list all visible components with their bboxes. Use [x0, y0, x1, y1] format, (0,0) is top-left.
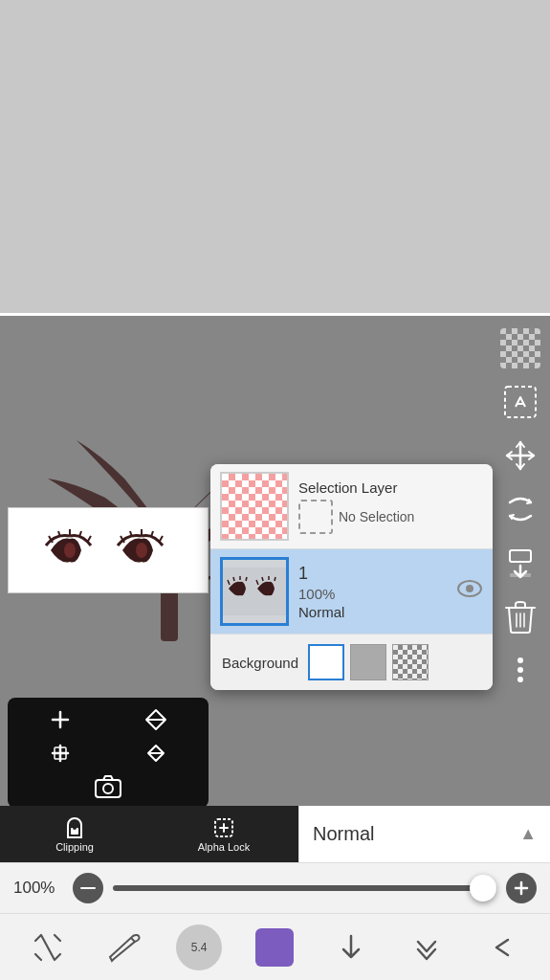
selection-layer-row[interactable]: Selection Layer No Selection — [210, 464, 493, 549]
background-label: Background — [222, 655, 298, 671]
background-gray-swatch[interactable] — [350, 644, 386, 680]
svg-point-1 — [64, 543, 76, 558]
clipping-label: Clipping — [55, 841, 94, 853]
selection-layer-thumbnail — [220, 472, 289, 541]
background-row[interactable]: Background — [210, 635, 493, 690]
bottom-controls: Clipping Alpha Lock Normal ▲ 100% — [0, 806, 550, 980]
brush-size-value: 5.4 — [191, 941, 208, 954]
background-white-swatch[interactable] — [308, 644, 344, 680]
svg-rect-18 — [510, 573, 531, 577]
canvas-toolbar — [8, 698, 209, 808]
color-swatch-button[interactable] — [246, 919, 303, 976]
layer-1-opacity: 100% — [298, 586, 447, 602]
layer-1-info: 1 100% Normal — [298, 564, 447, 620]
no-selection-text: No Selection — [339, 509, 414, 524]
top-canvas-area — [0, 0, 550, 316]
down-arrow-button[interactable] — [322, 919, 380, 976]
blend-mode-arrow: ▲ — [519, 824, 537, 844]
brush-tool-button[interactable] — [95, 919, 152, 976]
svg-line-26 — [246, 577, 247, 581]
bottom-toolbar: 5.4 — [0, 913, 550, 980]
selection-thumb-pattern — [222, 474, 287, 539]
transform-snap-button[interactable] — [19, 919, 77, 976]
flip-layer-button[interactable] — [109, 703, 203, 735]
chevron-down-button[interactable] — [398, 919, 455, 976]
add-layer-below-button[interactable] — [13, 737, 107, 768]
more-options-button[interactable] — [495, 645, 545, 695]
opacity-row: 100% — [0, 863, 550, 913]
brush-size-indicator: 5.4 — [176, 924, 222, 970]
layer-preview-box — [8, 507, 209, 593]
camera-button[interactable] — [13, 770, 203, 802]
layer-1-thumbnail — [220, 557, 289, 626]
layer-1-visibility-icon[interactable] — [456, 579, 483, 604]
add-layer-button[interactable] — [13, 703, 107, 735]
svg-line-28 — [262, 577, 263, 581]
right-sidebar — [491, 316, 550, 775]
layer-1-thumb-content — [223, 560, 286, 623]
blend-row: Clipping Alpha Lock Normal ▲ — [0, 806, 550, 863]
opacity-label: 100% — [13, 879, 63, 898]
delete-button[interactable] — [495, 591, 545, 641]
svg-rect-14 — [96, 780, 121, 797]
active-color-swatch — [255, 928, 294, 967]
svg-point-15 — [103, 784, 113, 793]
layer-preview-eyes — [9, 508, 208, 592]
svg-rect-36 — [80, 887, 96, 889]
move-button[interactable] — [495, 431, 545, 480]
opacity-thumb — [470, 875, 496, 902]
select-transform-button[interactable] — [495, 377, 545, 427]
svg-point-19 — [517, 657, 523, 663]
svg-point-7 — [136, 543, 147, 558]
main-drawing-area: Selection Layer No Selection — [0, 316, 550, 980]
opacity-plus-button[interactable] — [506, 873, 537, 903]
normal-blend-display[interactable]: Normal ▲ — [298, 806, 550, 862]
layer-1-row[interactable]: 1 100% Normal — [210, 549, 493, 635]
no-selection-box — [298, 500, 333, 534]
selection-layer-title: Selection Layer — [298, 479, 483, 496]
svg-point-21 — [517, 677, 523, 682]
brush-size-button[interactable]: 5.4 — [170, 919, 228, 976]
clipping-button[interactable]: Clipping — [0, 806, 149, 862]
selection-layer-info: Selection Layer No Selection — [298, 479, 483, 534]
svg-line-30 — [275, 577, 275, 581]
flip-button[interactable] — [495, 484, 545, 534]
layer-1-number: 1 — [298, 564, 447, 584]
svg-point-20 — [517, 667, 523, 673]
normal-blend-label: Normal — [313, 823, 374, 845]
opacity-slider[interactable] — [113, 885, 496, 891]
opacity-minus-button[interactable] — [73, 873, 103, 903]
layers-panel: Selection Layer No Selection — [210, 464, 493, 690]
svg-point-32 — [466, 585, 473, 592]
svg-rect-17 — [510, 550, 531, 562]
back-button[interactable] — [473, 919, 531, 976]
layer-1-blend: Normal — [298, 604, 447, 620]
merge-down-button[interactable] — [495, 538, 545, 588]
alpha-lock-button[interactable]: Alpha Lock — [149, 806, 298, 862]
svg-point-34 — [73, 826, 77, 830]
svg-rect-16 — [505, 387, 536, 417]
layers-button[interactable] — [495, 323, 545, 373]
alpha-lock-label: Alpha Lock — [198, 841, 250, 853]
svg-line-24 — [233, 577, 234, 581]
background-checker-swatch[interactable] — [392, 644, 429, 680]
transform-button[interactable] — [109, 737, 203, 768]
